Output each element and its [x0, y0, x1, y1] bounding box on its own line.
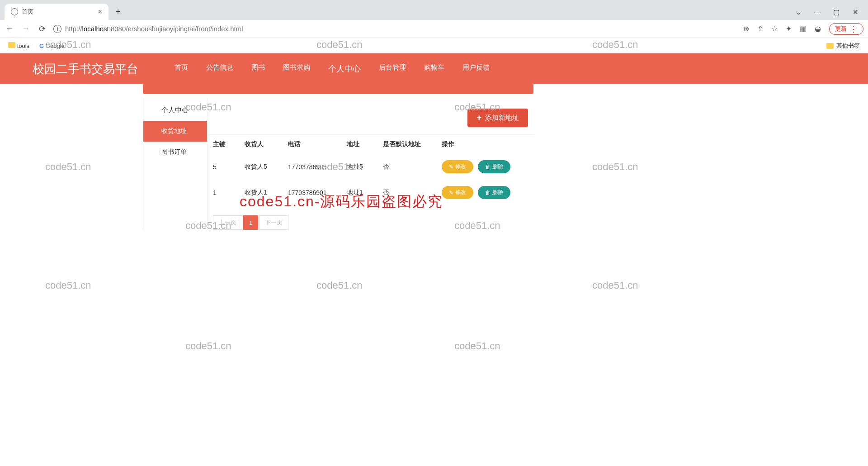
cell-ops: ✎ 修改🗑 删除	[442, 186, 534, 199]
cell-name: 收货人1	[245, 189, 288, 197]
main-toolbar: + 添加新地址	[208, 98, 534, 134]
th-addr: 地址	[347, 140, 383, 148]
site-info-icon[interactable]: i	[53, 25, 61, 33]
close-window-icon[interactable]: ✕	[851, 8, 860, 16]
url-port: :8080	[109, 25, 126, 33]
bookmarks-bar: tools G Google 其他书签	[0, 38, 868, 53]
content-container: 个人中心 收货地址图书订单 + 添加新地址 主键 收货人 电话 地址 是否默认地…	[143, 98, 534, 230]
star-icon[interactable]: ☆	[771, 24, 778, 33]
pagination: 上一页 1 下一页	[208, 205, 534, 230]
address-table: 主键 收货人 电话 地址 是否默认地址 操作 5收货人517703786905地…	[208, 134, 534, 205]
site-nav: 首页公告信息图书图书求购个人中心后台管理购物车用户反馈	[175, 63, 490, 74]
th-id: 主键	[213, 140, 245, 148]
table-row: 5收货人517703786905地址5否✎ 修改🗑 删除	[208, 154, 534, 180]
url-path: /ershoushujiaoyipingtai/front/index.html	[126, 25, 243, 33]
watermark: code51.cn	[45, 280, 91, 291]
page-1-button[interactable]: 1	[243, 215, 258, 230]
main-panel: + 添加新地址 主键 收货人 电话 地址 是否默认地址 操作 5收货人51770…	[208, 98, 534, 230]
url-host: localhost	[82, 25, 109, 33]
new-tab-button[interactable]: +	[111, 5, 125, 19]
globe-icon	[11, 8, 18, 15]
cell-name: 收货人5	[245, 163, 288, 171]
browser-address-bar: ← → ⟳ i http://localhost:8080/ershoushuj…	[0, 20, 868, 38]
plus-icon: +	[476, 113, 481, 123]
url-box[interactable]: i http://localhost:8080/ershoushujiaoyip…	[53, 25, 737, 33]
delete-button[interactable]: 🗑 删除	[478, 186, 510, 199]
nav-item-3[interactable]: 图书求购	[283, 63, 310, 74]
delete-button[interactable]: 🗑 删除	[478, 160, 510, 173]
cell-id: 1	[213, 189, 245, 196]
sidebar: 个人中心 收货地址图书订单	[143, 98, 208, 230]
other-bookmarks[interactable]: 其他书签	[826, 42, 860, 50]
th-name: 收货人	[245, 140, 288, 148]
nav-item-0[interactable]: 首页	[175, 63, 188, 74]
zoom-icon[interactable]: ⊕	[743, 24, 749, 33]
update-button[interactable]: 更新 ⋮	[829, 23, 863, 35]
watermark: code51.cn	[592, 280, 638, 291]
pencil-icon: ✎	[449, 190, 453, 196]
nav-item-1[interactable]: 公告信息	[206, 63, 233, 74]
sidebar-item-1[interactable]: 图书订单	[143, 142, 207, 162]
table-row: 1收货人117703786901地址1否✎ 修改🗑 删除	[208, 180, 534, 205]
forward-icon[interactable]: →	[21, 24, 31, 34]
extensions-icon[interactable]: ✦	[786, 24, 792, 33]
browser-tabbar: 首页 × + ⌄ — ▢ ✕	[0, 0, 868, 20]
watermark: code51.cn	[454, 340, 500, 352]
window-controls: ⌄ — ▢ ✕	[794, 8, 868, 20]
trash-icon: 🗑	[485, 164, 491, 170]
watermark: code51.cn	[45, 161, 91, 173]
nav-item-2[interactable]: 图书	[251, 63, 265, 74]
cell-addr: 地址1	[347, 189, 383, 197]
prev-page-button[interactable]: 上一页	[213, 215, 242, 230]
browser-tab[interactable]: 首页 ×	[5, 4, 108, 20]
share-icon[interactable]: ⇪	[757, 24, 763, 33]
page-banner	[143, 84, 533, 94]
url-prefix: http://	[65, 25, 82, 33]
add-address-button[interactable]: + 添加新地址	[467, 109, 528, 127]
table-header: 主键 收货人 电话 地址 是否默认地址 操作	[208, 134, 534, 154]
watermark: code51.cn	[316, 280, 363, 291]
folder-icon	[8, 42, 15, 48]
toolbar-right: ⊕ ⇪ ☆ ✦ ▥ ◒ 更新 ⋮	[743, 23, 863, 35]
close-tab-icon[interactable]: ×	[98, 8, 102, 16]
trash-icon: 🗑	[485, 190, 491, 196]
cell-id: 5	[213, 163, 245, 171]
back-icon[interactable]: ←	[5, 24, 14, 34]
nav-item-4[interactable]: 个人中心	[328, 63, 361, 74]
chevron-down-icon[interactable]: ⌄	[794, 8, 803, 16]
th-default: 是否默认地址	[383, 140, 442, 148]
reload-icon[interactable]: ⟳	[37, 24, 47, 34]
tab-title: 首页	[22, 8, 33, 16]
cell-phone: 17703786905	[288, 163, 347, 171]
nav-item-6[interactable]: 购物车	[424, 63, 444, 74]
add-address-label: 添加新地址	[485, 114, 519, 122]
watermark: code51.cn	[185, 340, 231, 352]
th-phone: 电话	[288, 140, 347, 148]
sidepanel-icon[interactable]: ▥	[800, 24, 807, 33]
sidebar-item-0[interactable]: 收货地址	[143, 121, 207, 142]
watermark: code51.cn	[592, 161, 638, 173]
cell-ops: ✎ 修改🗑 删除	[442, 160, 534, 173]
cell-addr: 地址5	[347, 163, 383, 171]
maximize-icon[interactable]: ▢	[832, 8, 841, 16]
sidebar-title: 个人中心	[143, 98, 207, 121]
minimize-icon[interactable]: —	[813, 8, 822, 16]
google-icon: G	[39, 43, 44, 49]
nav-item-7[interactable]: 用户反馈	[462, 63, 490, 74]
next-page-button[interactable]: 下一页	[259, 215, 288, 230]
page-body: 个人中心 收货地址图书订单 + 添加新地址 主键 收货人 电话 地址 是否默认地…	[0, 84, 868, 94]
cell-default: 否	[383, 189, 442, 197]
bookmark-google[interactable]: G Google	[39, 43, 65, 49]
site-title: 校园二手书交易平台	[33, 61, 138, 77]
folder-icon	[826, 43, 834, 49]
site-header: 校园二手书交易平台 首页公告信息图书图书求购个人中心后台管理购物车用户反馈	[0, 53, 868, 84]
bookmark-tools[interactable]: tools	[8, 42, 29, 49]
nav-item-5[interactable]: 后台管理	[379, 63, 406, 74]
edit-button[interactable]: ✎ 修改	[442, 186, 473, 199]
pencil-icon: ✎	[449, 164, 453, 170]
cell-default: 否	[383, 163, 442, 171]
avatar-icon[interactable]: ◒	[815, 24, 821, 33]
th-op: 操作	[442, 140, 534, 148]
update-label: 更新	[835, 25, 847, 33]
edit-button[interactable]: ✎ 修改	[442, 160, 473, 173]
